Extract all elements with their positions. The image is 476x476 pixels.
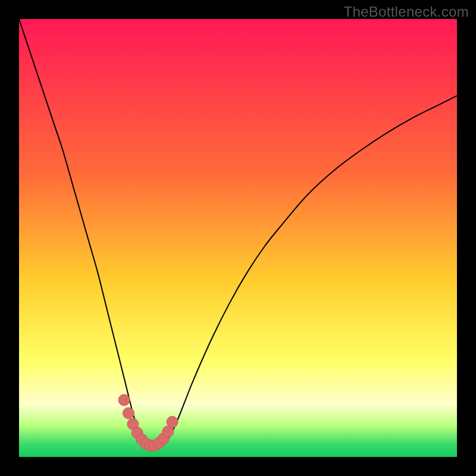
chart-frame: TheBottleneck.com — [0, 0, 476, 476]
watermark-text: TheBottleneck.com — [343, 4, 469, 20]
trough-marker — [123, 408, 134, 419]
bottleneck-chart — [19, 19, 457, 457]
gradient-background — [19, 19, 457, 457]
plot-area — [19, 19, 457, 457]
trough-marker — [118, 394, 130, 406]
trough-marker — [167, 416, 178, 428]
